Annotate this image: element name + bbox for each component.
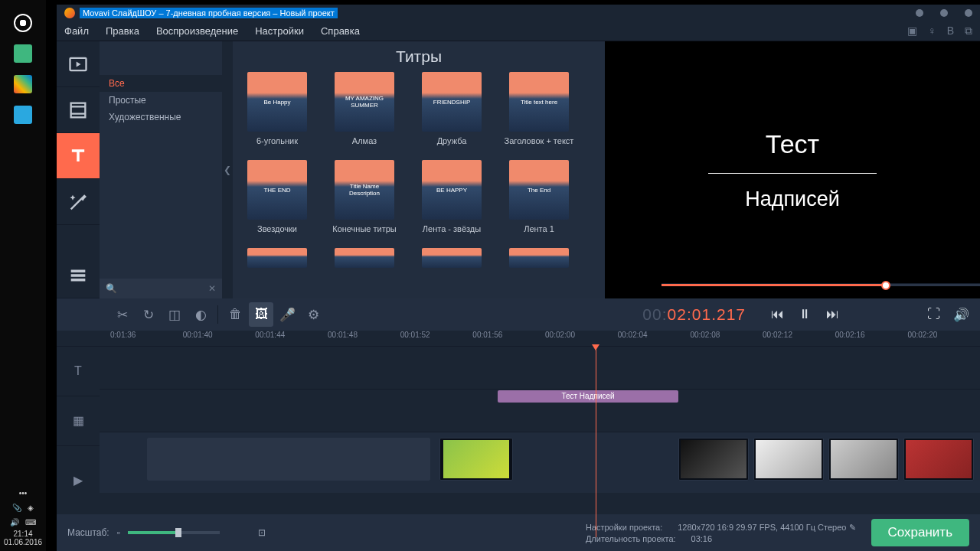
rail-titles[interactable] xyxy=(57,133,100,179)
rail-effects[interactable] xyxy=(57,179,100,225)
window-title: Movavi СлайдШОУ – 7-дневная пробная верс… xyxy=(80,8,338,18)
ok-icon[interactable]: ♀ xyxy=(928,24,936,37)
category-all[interactable]: Все xyxy=(100,75,222,92)
preset-thumb: Be Happy xyxy=(247,72,307,132)
menu-edit[interactable]: Правка xyxy=(106,25,139,37)
share-icon[interactable]: ⧉ xyxy=(965,24,972,37)
tray-icons: ••• xyxy=(19,489,28,497)
time-ruler[interactable]: 0:01:3600:01:4000:01:4400:01:4800:01:520… xyxy=(57,331,980,346)
preview-pane: Тест Надписей xyxy=(605,41,980,298)
video-clip[interactable] xyxy=(439,438,513,481)
category-simple[interactable]: Простые xyxy=(100,92,222,109)
track-video-icon[interactable]: ▶ xyxy=(57,445,100,514)
ruler-tick: 00:02:04 xyxy=(618,331,691,346)
prev-button[interactable]: ⏮ xyxy=(766,303,789,326)
title-preset[interactable]: THE ENDЗвездочки xyxy=(242,160,312,234)
title-preset[interactable] xyxy=(242,248,312,268)
menu-file[interactable]: Файл xyxy=(64,25,89,37)
zoom-out-icon[interactable]: ▫ xyxy=(117,527,120,538)
statusbar: Масштаб: ▫ ⊡ Настройки проекта: 980x551… xyxy=(57,514,980,551)
collapse-handle[interactable]: ❮ xyxy=(222,41,233,298)
minimize-icon[interactable] xyxy=(916,9,923,17)
title-preset[interactable] xyxy=(504,248,574,268)
category-artistic[interactable]: Художественные xyxy=(100,109,222,126)
clock-time: 21:14 xyxy=(13,530,32,538)
youtube-icon[interactable]: ▣ xyxy=(907,24,917,37)
ruler-tick: 00:02:16 xyxy=(835,331,908,346)
gallery-heading: Титры xyxy=(242,47,596,66)
image-button[interactable]: 🖼 xyxy=(249,302,273,327)
preset-thumb: Title Name Description xyxy=(335,160,394,220)
track-titles-icon[interactable]: T xyxy=(57,346,100,396)
video-clip[interactable] xyxy=(903,438,974,481)
timeline: T ▦ ▶ Тест Надписей xyxy=(57,346,980,514)
rotate-button[interactable]: ↻ xyxy=(136,302,161,327)
close-icon[interactable] xyxy=(965,9,972,17)
ruler-tick: 00:01:44 xyxy=(255,331,328,346)
settings-button[interactable]: ⚙ xyxy=(301,302,325,327)
wifi-icon: ◈ xyxy=(28,504,34,512)
edit-icon[interactable]: ✎ xyxy=(849,523,856,532)
title-preset[interactable]: FRIENDSHIPДружба xyxy=(416,72,487,146)
menu-settings[interactable]: Настройки xyxy=(255,25,304,37)
dock-icon[interactable] xyxy=(14,106,32,124)
video-clip[interactable] xyxy=(147,438,430,481)
maximize-icon[interactable] xyxy=(940,9,948,17)
zoom-slider[interactable] xyxy=(128,531,220,534)
crop-button[interactable]: ◫ xyxy=(162,302,187,327)
video-clip[interactable] xyxy=(753,438,824,481)
playhead[interactable] xyxy=(596,346,596,537)
video-clip[interactable] xyxy=(828,438,899,481)
title-preset[interactable] xyxy=(416,248,487,268)
ruler-tick: 00:02:20 xyxy=(907,331,980,346)
title-preset[interactable]: Be Happy6-угольник xyxy=(242,72,312,146)
title-preset[interactable]: MY AMAZING SUMMERАлмаз xyxy=(329,72,400,146)
dock-icon[interactable] xyxy=(14,14,32,32)
delete-button[interactable]: 🗑 xyxy=(223,302,247,327)
category-search[interactable]: 🔍 ✕ xyxy=(100,279,222,298)
cut-button[interactable]: ✂ xyxy=(110,302,135,327)
menu-help[interactable]: Справка xyxy=(321,25,360,37)
rail-media[interactable] xyxy=(57,41,100,87)
preset-thumb xyxy=(335,248,394,268)
preset-thumb xyxy=(247,248,307,268)
preset-label: Алмаз xyxy=(352,136,377,146)
fullscreen-button[interactable]: ⛶ xyxy=(922,303,945,326)
seek-slider[interactable] xyxy=(662,280,980,289)
title-preset[interactable]: The EndЛента 1 xyxy=(504,160,574,234)
title-preset[interactable]: BE HAPPYЛента - звёзды xyxy=(416,160,487,234)
volume-button[interactable]: 🔊 xyxy=(949,303,972,326)
titlebar[interactable]: Movavi СлайдШОУ – 7-дневная пробная верс… xyxy=(57,5,980,21)
video-clip[interactable] xyxy=(678,438,749,481)
save-button[interactable]: Сохранить xyxy=(871,519,969,546)
titles-gallery: Титры Be Happy6-угольникMY AMAZING SUMME… xyxy=(233,41,605,298)
ruler-tick: 0:01:36 xyxy=(110,331,183,346)
track-overlay-icon[interactable]: ▦ xyxy=(57,396,100,445)
title-preset[interactable] xyxy=(329,248,400,268)
rail-more[interactable] xyxy=(57,253,100,298)
mic-button[interactable]: 🎤 xyxy=(275,302,299,327)
preset-thumb: FRIENDSHIP xyxy=(422,72,482,132)
preset-label: Лента - звёзды xyxy=(423,224,481,234)
pause-button[interactable]: ⏸ xyxy=(793,303,816,326)
preset-label: 6-угольник xyxy=(256,136,298,146)
dock-icon[interactable] xyxy=(14,44,32,63)
titles-track[interactable] xyxy=(100,346,980,389)
clear-icon[interactable]: ✕ xyxy=(208,283,216,294)
zoom-fit-icon[interactable]: ⊡ xyxy=(258,527,266,538)
preset-label: Конечные титры xyxy=(332,224,396,234)
app-logo-icon xyxy=(64,8,75,18)
preview-canvas[interactable]: Тест Надписей xyxy=(605,41,980,298)
title-clip[interactable]: Тест Надписей xyxy=(498,390,678,403)
volume-icon: 🔊 xyxy=(10,518,19,527)
vk-icon[interactable]: B xyxy=(947,24,954,37)
dock-icon[interactable] xyxy=(14,75,32,93)
title-preset[interactable]: Title text hereЗаголовок + текст xyxy=(504,72,574,146)
next-button[interactable]: ⏭ xyxy=(821,303,844,326)
preset-thumb: THE END xyxy=(247,160,307,220)
app-window: Movavi СлайдШОУ – 7-дневная пробная верс… xyxy=(57,5,980,551)
title-preset[interactable]: Title Name DescriptionКонечные титры xyxy=(329,160,400,234)
color-button[interactable]: ◐ xyxy=(188,302,213,327)
menu-playback[interactable]: Воспроизведение xyxy=(156,25,238,37)
rail-filters[interactable] xyxy=(57,87,100,133)
